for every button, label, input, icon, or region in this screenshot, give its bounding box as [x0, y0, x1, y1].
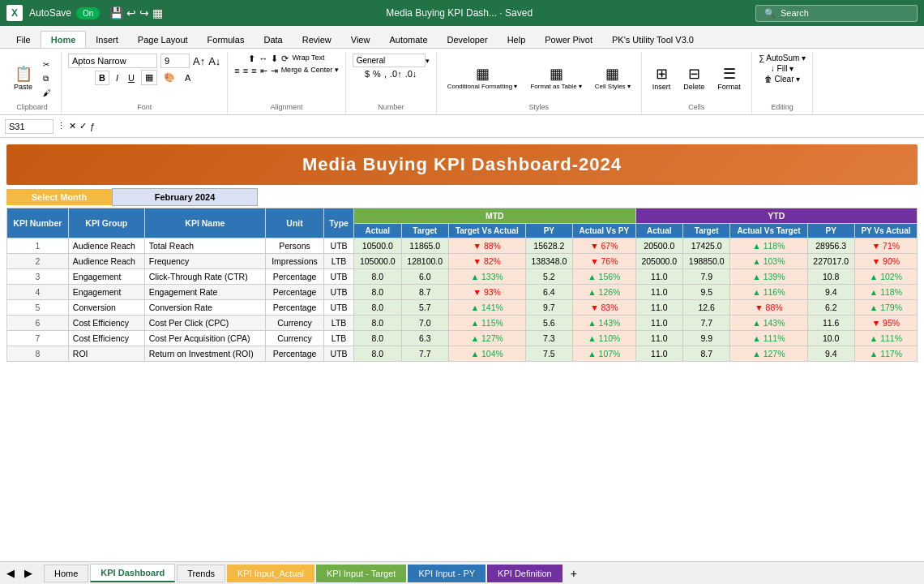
- formula-input[interactable]: [98, 120, 919, 133]
- confirm-formula-button[interactable]: ✓: [79, 121, 87, 131]
- function-icon[interactable]: ƒ: [90, 122, 95, 131]
- percent-button[interactable]: %: [373, 69, 381, 79]
- select-month-value: February 2024: [112, 188, 258, 206]
- increase-indent-button[interactable]: ⇥: [271, 66, 278, 76]
- tab-automate[interactable]: Automate: [379, 32, 437, 48]
- sheet-tab-kpi-input-actual[interactable]: KPI Input_Actual: [227, 565, 314, 582]
- bold-button[interactable]: B: [95, 71, 109, 85]
- font-name-input[interactable]: [68, 54, 157, 68]
- tab-next-button[interactable]: ▶: [21, 565, 36, 581]
- wrap-text-button[interactable]: Wrap Text: [292, 54, 324, 64]
- format-icon: ☰: [723, 67, 736, 81]
- cell-reference-input[interactable]: S31: [5, 119, 53, 134]
- align-left-button[interactable]: ≡: [234, 66, 239, 76]
- copy-button[interactable]: ⧉: [40, 72, 54, 85]
- tab-developer[interactable]: Developer: [438, 32, 498, 48]
- mtd-tva-cell: ▲ 141%: [448, 300, 525, 316]
- table-row: 6 Cost Efficiency Cost Per Click (CPC) C…: [7, 316, 918, 331]
- mtd-tva-cell: ▼ 88%: [448, 238, 525, 254]
- grid-icon[interactable]: ▦: [152, 6, 163, 19]
- align-right-button[interactable]: ≡: [251, 66, 256, 76]
- tab-file[interactable]: File: [6, 32, 41, 48]
- increase-font-button[interactable]: A↑: [193, 55, 205, 67]
- tab-formulas[interactable]: Formulas: [198, 32, 255, 48]
- border-button[interactable]: ▦: [141, 70, 157, 85]
- format-as-table-button[interactable]: ▦ Format as Table ▾: [526, 64, 585, 92]
- kpi-group-cell: Cost Efficiency: [68, 331, 144, 346]
- merge-center-button[interactable]: Merge & Center ▾: [281, 66, 339, 76]
- align-top-button[interactable]: ⬆: [248, 54, 255, 64]
- number-format-input[interactable]: [353, 54, 426, 67]
- ytd-tva-cell: ▼ 88%: [730, 300, 807, 316]
- tab-home[interactable]: Home: [41, 31, 87, 48]
- ribbon-alignment: ⬆ ↔ ⬇ ⟳ Wrap Text ≡ ≡ ≡ ⇤ ⇥ Merge & Cent…: [228, 52, 345, 114]
- align-middle-button[interactable]: ↔: [259, 54, 267, 64]
- tab-insert[interactable]: Insert: [86, 32, 128, 48]
- kpi-type-cell: LTB: [324, 254, 354, 269]
- sheet-tab-kpi-dashboard[interactable]: KPI Dashboard: [90, 564, 175, 582]
- underline-button[interactable]: U: [125, 71, 138, 84]
- add-sheet-button[interactable]: +: [564, 564, 584, 583]
- kpi-unit-cell: Currency: [265, 316, 323, 331]
- tab-help[interactable]: Help: [498, 32, 536, 48]
- fill-color-button[interactable]: 🎨: [160, 71, 178, 84]
- ytd-actual-cell: 11.0: [635, 331, 682, 346]
- autosave-label: AutoSave On: [29, 7, 100, 19]
- tab-view[interactable]: View: [341, 32, 380, 48]
- insert-icon: ⊞: [656, 67, 668, 81]
- tab-pk-utility[interactable]: PK's Utility Tool V3.0: [602, 32, 704, 48]
- mtd-target-cell: 11865.0: [401, 238, 448, 254]
- comma-button[interactable]: ,: [384, 69, 387, 79]
- font-color-button[interactable]: A: [182, 71, 194, 84]
- format-painter-button[interactable]: 🖌: [40, 87, 54, 99]
- delete-button[interactable]: ⊟ Delete: [679, 64, 708, 93]
- clear-button[interactable]: 🗑 Clear ▾: [764, 75, 800, 84]
- decrease-decimal-button[interactable]: .0↓: [405, 69, 417, 79]
- autosave-toggle[interactable]: On: [76, 7, 100, 19]
- currency-button[interactable]: $: [365, 69, 370, 79]
- kpi-unit-cell: Impressions: [265, 254, 323, 269]
- sheet-tab-trends[interactable]: Trends: [177, 565, 225, 582]
- ytd-tva-cell: ▲ 139%: [730, 269, 807, 285]
- decrease-font-button[interactable]: A↓: [208, 55, 220, 67]
- cancel-formula-button[interactable]: ✕: [69, 121, 76, 131]
- autosum-button[interactable]: ∑ AutoSum ▾: [759, 54, 806, 62]
- fill-button[interactable]: ↓ Fill ▾: [771, 64, 794, 73]
- italic-button[interactable]: I: [113, 71, 122, 84]
- tab-page-layout[interactable]: Page Layout: [128, 32, 198, 48]
- font-size-input[interactable]: [160, 54, 190, 68]
- sheet-tab-home[interactable]: Home: [44, 565, 88, 582]
- align-bottom-button[interactable]: ⬇: [271, 54, 278, 64]
- increase-decimal-button[interactable]: .0↑: [390, 69, 402, 79]
- tab-prev-button[interactable]: ◀: [3, 565, 18, 581]
- search-box[interactable]: 🔍 Search: [755, 5, 918, 22]
- orientation-button[interactable]: ⟳: [281, 54, 289, 64]
- kpi-type-cell: UTB: [324, 269, 354, 285]
- mtd-py-cell: 7.3: [525, 331, 572, 346]
- mtd-actual-cell: 8.0: [354, 331, 401, 346]
- tab-review[interactable]: Review: [293, 32, 341, 48]
- ytd-tva-cell: ▲ 111%: [730, 331, 807, 346]
- table-row: 2 Audience Reach Frequency Impressions L…: [7, 254, 918, 269]
- tab-power-pivot[interactable]: Power Pivot: [535, 32, 602, 48]
- decrease-indent-button[interactable]: ⇤: [260, 66, 267, 76]
- undo-icon[interactable]: ↩: [126, 6, 136, 19]
- insert-button[interactable]: ⊞ Insert: [648, 64, 675, 93]
- sheet-tab-kpi-definition[interactable]: KPI Definition: [487, 565, 563, 582]
- ytd-actual-cell: 205000.0: [635, 254, 682, 269]
- th-kpi-number: KPI Number: [7, 208, 69, 238]
- paste-button[interactable]: 📋 Paste: [10, 64, 36, 93]
- conditional-formatting-button[interactable]: ▦ Conditional Formatting ▾: [443, 64, 522, 92]
- format-button[interactable]: ☰ Format: [713, 64, 745, 93]
- cut-button[interactable]: ✂: [40, 58, 54, 71]
- align-center-button[interactable]: ≡: [243, 66, 248, 76]
- ytd-py-cell: 6.2: [807, 300, 854, 316]
- redo-icon[interactable]: ↪: [139, 6, 149, 19]
- save-icon[interactable]: 💾: [109, 6, 123, 19]
- sheet-tab-kpi-input-target[interactable]: KPI Input - Target: [316, 565, 406, 582]
- tab-data[interactable]: Data: [254, 32, 292, 48]
- kpi-num-cell: 3: [7, 269, 69, 285]
- cell-styles-button[interactable]: ▦ Cell Styles ▾: [591, 64, 635, 92]
- sheet-tab-kpi-input-py[interactable]: KPI Input - PY: [408, 565, 486, 582]
- ribbon-styles: ▦ Conditional Formatting ▾ ▦ Format as T…: [437, 52, 642, 114]
